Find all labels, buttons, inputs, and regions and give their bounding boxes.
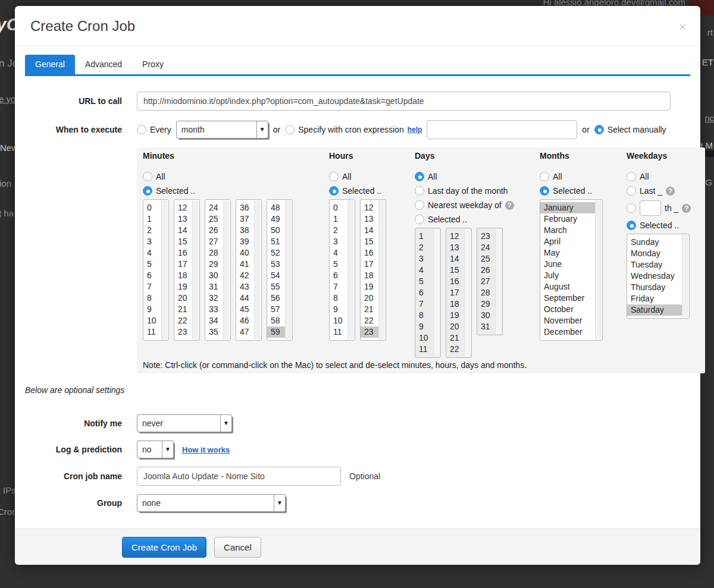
tab-general[interactable]: General: [25, 55, 75, 74]
list-option[interactable]: 42: [236, 270, 254, 281]
weekdays-last-radio[interactable]: [627, 186, 636, 196]
list-option[interactable]: 16: [446, 276, 464, 287]
minutes-selected-radio[interactable]: [143, 186, 152, 196]
minutes-list-3[interactable]: 242526272829303132333435: [205, 199, 231, 341]
minutes-list-5[interactable]: 484950515253545556575859: [267, 199, 293, 341]
list-option[interactable]: 10: [330, 315, 347, 326]
list-option[interactable]: Tuesday: [627, 259, 682, 271]
list-option[interactable]: 22: [174, 315, 192, 326]
list-option[interactable]: Monday: [627, 248, 682, 259]
weekdays-selected-radio[interactable]: [627, 221, 636, 230]
list-option[interactable]: September: [540, 293, 595, 304]
list-option[interactable]: March: [540, 225, 595, 236]
list-option[interactable]: 17: [446, 287, 464, 298]
list-option[interactable]: 46: [236, 315, 254, 326]
select-manually-radio[interactable]: [594, 125, 604, 134]
cron-expression-input[interactable]: [427, 120, 577, 139]
list-option[interactable]: 18: [446, 298, 464, 310]
days-last-day-radio[interactable]: [415, 186, 424, 196]
list-option[interactable]: 14: [174, 225, 192, 236]
list-option[interactable]: 27: [205, 236, 223, 247]
minutes-list-4[interactable]: 363738394041424344454647: [236, 199, 262, 341]
list-option[interactable]: 1: [330, 213, 347, 225]
list-option[interactable]: 14: [446, 253, 464, 265]
list-option[interactable]: February: [540, 213, 595, 225]
weekdays-option-nth[interactable]: th _ ?: [627, 198, 691, 218]
weekdays-nth-input[interactable]: [640, 200, 661, 216]
tab-proxy[interactable]: Proxy: [132, 55, 174, 74]
list-option[interactable]: 7: [415, 298, 433, 310]
list-option[interactable]: 12: [174, 202, 192, 213]
group-select[interactable]: none ▼: [137, 494, 286, 512]
list-option[interactable]: 4: [143, 247, 161, 259]
list-option[interactable]: 29: [205, 259, 223, 270]
cron-job-name-input[interactable]: [137, 467, 341, 486]
minutes-list-2[interactable]: 121314151617181920212223: [174, 199, 200, 341]
create-cron-job-button[interactable]: Create Cron Job: [122, 537, 206, 558]
months-list[interactable]: JanuaryFebruaryMarchAprilMayJuneJulyAugu…: [540, 199, 603, 341]
list-option[interactable]: 28: [477, 287, 495, 298]
list-option[interactable]: Saturday: [627, 304, 682, 316]
list-option[interactable]: 21: [361, 304, 378, 315]
list-option[interactable]: 5: [143, 259, 161, 270]
help-icon[interactable]: ?: [682, 204, 691, 213]
list-option[interactable]: 40: [236, 247, 254, 259]
url-input[interactable]: [137, 92, 671, 111]
every-interval-select[interactable]: month ▼: [176, 121, 268, 139]
list-option[interactable]: 8: [143, 293, 161, 304]
list-option[interactable]: 9: [143, 304, 161, 315]
list-option[interactable]: 59: [267, 326, 285, 338]
days-option-nearest-weekday[interactable]: Nearest weekday of ?: [415, 198, 514, 212]
close-icon[interactable]: ×: [679, 20, 686, 33]
list-option[interactable]: 0: [143, 202, 161, 213]
list-option[interactable]: 19: [446, 310, 464, 321]
list-option[interactable]: 39: [236, 236, 254, 247]
list-option[interactable]: 23: [477, 231, 495, 242]
list-option[interactable]: April: [540, 236, 595, 247]
hours-list-1[interactable]: 01234567891011: [329, 199, 355, 341]
list-option[interactable]: 45: [236, 304, 254, 315]
days-list-2[interactable]: 1213141516171819202122: [446, 228, 472, 358]
list-option[interactable]: 19: [174, 281, 192, 293]
list-option[interactable]: 54: [267, 270, 285, 281]
list-option[interactable]: 29: [477, 298, 495, 310]
list-option[interactable]: 16: [174, 247, 192, 259]
weekdays-option-last[interactable]: Last _ ?: [627, 184, 691, 198]
list-option[interactable]: 6: [330, 270, 347, 281]
days-list-3[interactable]: 232425262728293031: [477, 228, 503, 335]
list-option[interactable]: Wednesday: [627, 271, 682, 282]
list-option[interactable]: 13: [361, 213, 378, 225]
list-option[interactable]: 4: [415, 265, 433, 276]
list-option[interactable]: 52: [267, 247, 285, 259]
list-option[interactable]: Friday: [627, 293, 682, 304]
minutes-list-1[interactable]: 01234567891011: [143, 199, 169, 341]
list-option[interactable]: 25: [477, 253, 495, 265]
minutes-all-radio[interactable]: [143, 172, 152, 181]
list-option[interactable]: 2: [415, 242, 433, 253]
list-option[interactable]: 33: [205, 304, 223, 315]
list-option[interactable]: Sunday: [627, 237, 682, 248]
list-option[interactable]: 43: [236, 281, 254, 293]
list-option[interactable]: 24: [205, 202, 223, 213]
list-option[interactable]: 22: [446, 344, 464, 355]
weekdays-nth-radio[interactable]: [627, 203, 636, 213]
hours-all-radio[interactable]: [329, 172, 339, 181]
weekdays-list[interactable]: SundayMondayTuesdayWednesdayThursdayFrid…: [627, 234, 690, 319]
list-option[interactable]: 5: [415, 276, 433, 287]
list-option[interactable]: 27: [477, 276, 495, 287]
list-option[interactable]: 18: [361, 270, 378, 281]
list-option[interactable]: 28: [205, 247, 223, 259]
list-option[interactable]: January: [540, 202, 595, 213]
list-option[interactable]: May: [540, 247, 595, 259]
cron-help-link[interactable]: help: [408, 125, 422, 134]
list-option[interactable]: 16: [361, 247, 378, 259]
list-option[interactable]: 6: [415, 287, 433, 298]
list-option[interactable]: 26: [205, 225, 223, 236]
list-option[interactable]: 11: [143, 326, 161, 338]
list-option[interactable]: 23: [174, 326, 192, 338]
log-prediction-select[interactable]: no ▼: [137, 441, 174, 458]
list-option[interactable]: June: [540, 259, 595, 270]
list-option[interactable]: 22: [361, 315, 378, 326]
help-icon[interactable]: ?: [505, 201, 514, 210]
weekdays-all-radio[interactable]: [627, 172, 636, 181]
